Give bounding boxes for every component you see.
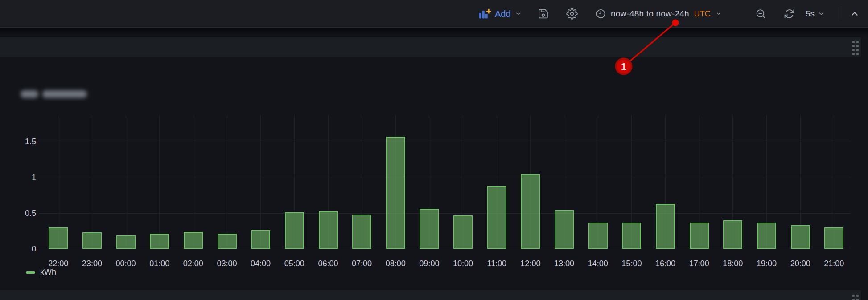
bar-21:00[interactable] [824, 227, 843, 249]
bar-20:00[interactable] [791, 225, 810, 249]
x-tick-label: 01:00 [142, 259, 177, 268]
y-tick-label: 0.5 [16, 209, 36, 218]
x-tick-label: 15:00 [614, 259, 650, 268]
bar-06:00[interactable] [319, 211, 338, 249]
x-tick-label: 18:00 [715, 259, 751, 268]
x-tick-label: 22:00 [41, 259, 76, 268]
drag-handle-dots[interactable] [852, 295, 859, 300]
x-tick-label: 07:00 [344, 259, 380, 268]
x-tick-label: 09:00 [411, 259, 447, 268]
bar-17:00[interactable] [690, 223, 709, 249]
y-tick-label: 1 [16, 173, 36, 182]
x-tick-label: 10:00 [445, 259, 481, 268]
grafana-dashboard: Add [0, 0, 868, 300]
x-tick-label: 04:00 [243, 259, 279, 268]
bar-03:00[interactable] [218, 234, 237, 249]
bar-22:00[interactable] [49, 227, 68, 249]
bar-11:00[interactable] [487, 186, 506, 249]
bar-09:00[interactable] [420, 209, 439, 249]
x-tick-label: 00:00 [108, 259, 144, 268]
bar-16:00[interactable] [656, 204, 675, 249]
x-gridline [159, 115, 160, 249]
bar-18:00[interactable] [723, 220, 742, 249]
bar-12:00[interactable] [521, 174, 540, 249]
x-gridline [260, 115, 261, 249]
x-gridline [92, 115, 92, 249]
bar-23:00[interactable] [82, 232, 102, 249]
bar-07:00[interactable] [352, 215, 371, 249]
x-tick-label: 11:00 [479, 259, 514, 268]
y-gridline-1 [39, 178, 851, 178]
y-gridline-1.5 [39, 142, 851, 142]
legend-item-kwh[interactable]: kWh [26, 268, 56, 277]
legend-label: kWh [40, 268, 56, 277]
bar-19:00[interactable] [757, 223, 776, 249]
bar-00:00[interactable] [116, 235, 136, 249]
bar-05:00[interactable] [285, 212, 304, 249]
bar-14:00[interactable] [588, 223, 608, 249]
x-tick-label: 06:00 [310, 259, 346, 268]
x-gridline [227, 115, 227, 249]
bar-13:00[interactable] [555, 210, 574, 249]
x-tick-label: 13:00 [547, 259, 582, 268]
x-gridline [193, 115, 193, 249]
bar-01:00[interactable] [150, 234, 169, 249]
y-tick-label: 1.5 [16, 137, 36, 146]
y-gridline-0.5 [39, 213, 851, 214]
x-tick-label: 16:00 [648, 259, 683, 268]
x-tick-label: 19:00 [749, 259, 785, 268]
x-tick-label: 12:00 [513, 259, 548, 268]
x-tick-label: 14:00 [580, 259, 616, 268]
bar-04:00[interactable] [251, 230, 270, 249]
bar-02:00[interactable] [184, 232, 203, 249]
x-axis-line [39, 249, 851, 249]
bar-10:00[interactable] [453, 215, 473, 249]
x-tick-label: 20:00 [782, 259, 818, 268]
x-tick-label: 21:00 [816, 259, 852, 268]
bar-08:00[interactable] [386, 137, 405, 249]
x-tick-label: 17:00 [681, 259, 717, 268]
x-tick-label: 05:00 [276, 259, 312, 268]
x-tick-label: 08:00 [378, 259, 413, 268]
x-gridline [126, 115, 126, 249]
chart-plot-area[interactable]: 00.511.522:0023:0000:0001:0002:0003:0004… [0, 0, 868, 300]
x-tick-label: 03:00 [209, 259, 245, 268]
y-tick-label: 0 [16, 244, 36, 254]
x-tick-label: 23:00 [74, 259, 110, 268]
legend-swatch [26, 271, 35, 274]
bottom-panel-strip [0, 290, 861, 300]
x-tick-label: 02:00 [175, 259, 211, 268]
bar-15:00[interactable] [622, 223, 641, 249]
